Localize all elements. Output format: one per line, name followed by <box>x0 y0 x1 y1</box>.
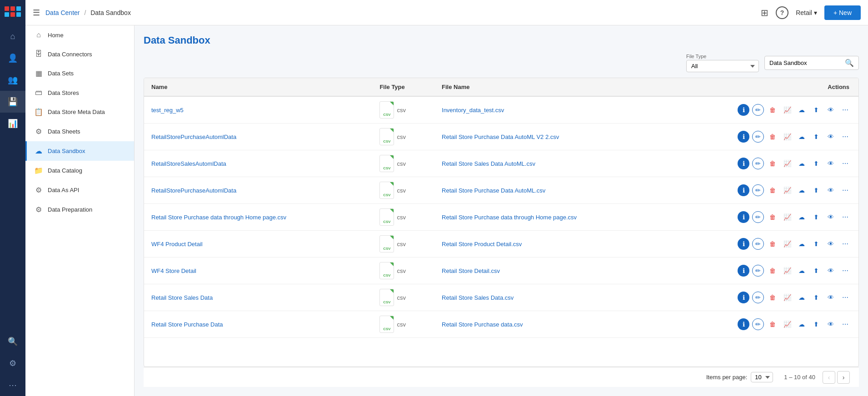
edit-button[interactable]: ✏ <box>752 158 764 169</box>
row-filename-link[interactable]: Retail Store Purchase Data AutoML.csv <box>442 187 545 194</box>
preview-button[interactable]: 👁 <box>825 238 837 250</box>
preview-button[interactable]: 👁 <box>825 292 837 303</box>
delete-button[interactable]: 🗑 <box>767 131 778 143</box>
more-button[interactable]: ⋯ <box>839 131 851 143</box>
rail-group-icon[interactable]: 👥 <box>0 69 25 91</box>
row-filename-link[interactable]: Inventory_data_test.csv <box>442 107 504 114</box>
hamburger-button[interactable]: ☰ <box>33 8 40 18</box>
upload-button[interactable]: ⬆ <box>810 238 822 250</box>
cloud-button[interactable]: ☁ <box>796 292 808 303</box>
upload-button[interactable]: ⬆ <box>810 158 822 169</box>
file-type-select[interactable]: All CSV JSON XML Excel <box>686 60 759 72</box>
rail-search-icon[interactable]: 🔍 <box>0 331 25 352</box>
rail-home-icon[interactable]: ⌂ <box>0 25 25 47</box>
sidebar-item-data-preparation[interactable]: ⚙ Data Preparation <box>25 200 134 219</box>
sidebar-item-data-sandbox[interactable]: ☁ Data Sandbox <box>25 141 134 161</box>
more-button[interactable]: ⋯ <box>839 318 851 330</box>
prev-page-button[interactable]: ‹ <box>823 371 835 384</box>
upload-button[interactable]: ⬆ <box>810 104 822 116</box>
info-button[interactable]: ℹ <box>738 292 749 303</box>
cloud-button[interactable]: ☁ <box>796 238 808 250</box>
delete-button[interactable]: 🗑 <box>767 158 778 169</box>
edit-button[interactable]: ✏ <box>752 184 764 196</box>
upload-button[interactable]: ⬆ <box>810 265 822 277</box>
row-name-link[interactable]: Retail Store Purchase Data <box>151 321 223 328</box>
row-filename-link[interactable]: Retail Store Sales Data AutoML.csv <box>442 160 535 167</box>
info-button[interactable]: ℹ <box>738 211 749 223</box>
row-filename-link[interactable]: Retail Store Detail.csv <box>442 267 500 274</box>
delete-button[interactable]: 🗑 <box>767 184 778 196</box>
chart-button[interactable]: 📈 <box>781 292 793 303</box>
delete-button[interactable]: 🗑 <box>767 292 778 303</box>
cloud-button[interactable]: ☁ <box>796 211 808 223</box>
search-icon[interactable]: 🔍 <box>845 59 854 67</box>
sidebar-item-data-stores[interactable]: 🗃 Data Stores <box>25 83 134 102</box>
more-button[interactable]: ⋯ <box>839 292 851 303</box>
more-button[interactable]: ⋯ <box>839 184 851 196</box>
chart-button[interactable]: 📈 <box>781 211 793 223</box>
info-button[interactable]: ℹ <box>738 158 749 169</box>
delete-button[interactable]: 🗑 <box>767 318 778 330</box>
sidebar-item-data-store-meta[interactable]: 📋 Data Store Meta Data <box>25 102 134 122</box>
row-name-link[interactable]: RetailStorePurchaseAutomlData <box>151 187 236 194</box>
row-name-link[interactable]: test_reg_w5 <box>151 107 184 114</box>
edit-button[interactable]: ✏ <box>752 131 764 143</box>
grid-icon[interactable]: ⊞ <box>761 7 768 18</box>
edit-button[interactable]: ✏ <box>752 292 764 303</box>
chart-button[interactable]: 📈 <box>781 238 793 250</box>
workspace-selector[interactable]: Retail ▾ <box>796 9 817 16</box>
chart-button[interactable]: 📈 <box>781 131 793 143</box>
rail-data-icon[interactable]: 💾 <box>0 91 25 113</box>
row-filename-link[interactable]: Retail Store Purchase Data AutoML V2 2.c… <box>442 134 559 140</box>
row-filename-link[interactable]: Retail Store Purchase data through Home … <box>442 214 577 221</box>
upload-button[interactable]: ⬆ <box>810 211 822 223</box>
edit-button[interactable]: ✏ <box>752 211 764 223</box>
row-name-link[interactable]: WF4 Store Detail <box>151 267 196 274</box>
search-input[interactable] <box>769 59 842 66</box>
cloud-button[interactable]: ☁ <box>796 158 808 169</box>
sidebar-item-data-sheets[interactable]: ⚙ Data Sheets <box>25 122 134 141</box>
cloud-button[interactable]: ☁ <box>796 104 808 116</box>
row-name-link[interactable]: Retail Store Sales Data <box>151 294 213 301</box>
row-name-link[interactable]: Retail Store Purchase data through Home … <box>151 214 286 221</box>
info-button[interactable]: ℹ <box>738 265 749 277</box>
edit-button[interactable]: ✏ <box>752 318 764 330</box>
more-button[interactable]: ⋯ <box>839 104 851 116</box>
cloud-button[interactable]: ☁ <box>796 265 808 277</box>
preview-button[interactable]: 👁 <box>825 265 837 277</box>
rail-settings-icon[interactable]: ⚙ <box>0 352 25 374</box>
next-page-button[interactable]: › <box>837 371 850 384</box>
preview-button[interactable]: 👁 <box>825 104 837 116</box>
per-page-select[interactable]: 5 10 25 50 <box>751 372 773 382</box>
info-button[interactable]: ℹ <box>738 238 749 250</box>
chart-button[interactable]: 📈 <box>781 318 793 330</box>
info-button[interactable]: ℹ <box>738 318 749 330</box>
info-button[interactable]: ℹ <box>738 131 749 143</box>
preview-button[interactable]: 👁 <box>825 318 837 330</box>
cloud-button[interactable]: ☁ <box>796 184 808 196</box>
sidebar-item-data-catalog[interactable]: 📁 Data Catalog <box>25 161 134 180</box>
more-button[interactable]: ⋯ <box>839 265 851 277</box>
more-button[interactable]: ⋯ <box>839 238 851 250</box>
row-filename-link[interactable]: Retail Store Sales Data.csv <box>442 294 514 301</box>
edit-button[interactable]: ✏ <box>752 104 764 116</box>
upload-button[interactable]: ⬆ <box>810 292 822 303</box>
row-name-link[interactable]: RetailStoreSalesAutomlData <box>151 160 226 167</box>
edit-button[interactable]: ✏ <box>752 265 764 277</box>
row-name-link[interactable]: RetailStorePurchaseAutomlData <box>151 134 236 140</box>
preview-button[interactable]: 👁 <box>825 131 837 143</box>
breadcrumb-parent[interactable]: Data Center <box>45 9 80 16</box>
rail-more-icon[interactable]: ⋯ <box>0 374 25 396</box>
delete-button[interactable]: 🗑 <box>767 211 778 223</box>
help-icon[interactable]: ? <box>776 6 788 19</box>
sidebar-item-data-as-api[interactable]: ⚙ Data As API <box>25 180 134 200</box>
sidebar-item-data-connectors[interactable]: 🗄 Data Connectors <box>25 45 134 64</box>
delete-button[interactable]: 🗑 <box>767 104 778 116</box>
sidebar-item-home[interactable]: ⌂ Home <box>25 25 134 45</box>
rail-user-icon[interactable]: 👤 <box>0 47 25 69</box>
rail-chart-icon[interactable]: 📊 <box>0 113 25 134</box>
delete-button[interactable]: 🗑 <box>767 238 778 250</box>
preview-button[interactable]: 👁 <box>825 158 837 169</box>
row-filename-link[interactable]: Retail Store Purchase data.csv <box>442 321 523 328</box>
edit-button[interactable]: ✏ <box>752 238 764 250</box>
